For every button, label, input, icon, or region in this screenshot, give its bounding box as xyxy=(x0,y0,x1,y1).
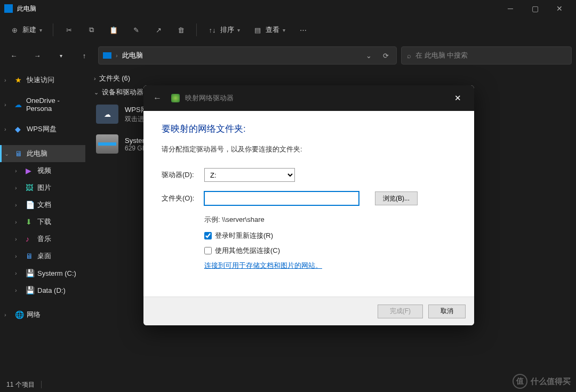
sidebar-item-wps[interactable]: ›◆WPS网盘 xyxy=(0,121,85,138)
delete-button[interactable]: 🗑 xyxy=(171,20,191,39)
toolbar: ⊕ 新建 ▾ ✂ ⧉ 📋 ✎ ↗ 🗑 ↑↓ 排序 ▾ ▤ 查看 ▾ ⋯ xyxy=(0,17,576,43)
chevron-down-icon: ▾ xyxy=(283,27,285,33)
up-button[interactable]: ↑ xyxy=(75,46,94,65)
paste-button[interactable]: 📋 xyxy=(103,20,124,39)
chevron-right-icon: › xyxy=(15,219,23,225)
delete-icon: 🗑 xyxy=(176,26,186,34)
sidebar-item-cdrive[interactable]: ›💾Systerm (C:) xyxy=(0,265,85,282)
chevron-right-icon: › xyxy=(4,311,13,318)
address-dropdown[interactable]: ⌄ xyxy=(362,49,375,62)
more-button[interactable]: ⋯ xyxy=(293,20,313,39)
search-input[interactable]: ⌕ 在 此电脑 中搜索 xyxy=(401,46,572,65)
drive-icon: 💾 xyxy=(26,286,35,294)
dialog-back-button[interactable]: ← xyxy=(149,93,166,103)
new-label: 新建 xyxy=(22,25,36,35)
back-button[interactable]: ← xyxy=(4,46,23,65)
forward-button[interactable]: → xyxy=(28,46,47,65)
othercreds-row[interactable]: 使用其他凭据连接(C) xyxy=(204,246,456,255)
dialog-close-button[interactable]: ✕ xyxy=(446,85,469,111)
sidebar-item-music[interactable]: ›♪音乐 xyxy=(0,230,85,247)
dialog-footer: 完成(F) 取消 xyxy=(143,297,474,325)
close-button[interactable]: ✕ xyxy=(547,0,572,17)
sort-button[interactable]: ↑↓ 排序 ▾ xyxy=(202,20,245,39)
sidebar-item-pictures[interactable]: ›🖼图片 xyxy=(0,179,85,196)
sidebar-item-ddrive[interactable]: ›💾Data (D:) xyxy=(0,282,85,299)
dialog-body: 要映射的网络文件夹: 请分配指定驱动器号，以及你要连接的文件夹: 驱动器(D):… xyxy=(143,111,474,297)
sidebar-label: 图片 xyxy=(37,183,51,193)
star-icon: ★ xyxy=(15,76,25,84)
download-icon: ⬇ xyxy=(26,218,35,226)
copy-button[interactable]: ⧉ xyxy=(81,20,101,39)
more-icon: ⋯ xyxy=(298,26,308,34)
address-bar[interactable]: › 此电脑 ⌄ ⟳ xyxy=(98,46,397,65)
minimize-button[interactable]: ─ xyxy=(498,0,523,17)
chevron-down-icon: ▾ xyxy=(39,27,42,33)
reconnect-checkbox[interactable] xyxy=(204,232,212,239)
rename-button[interactable]: ✎ xyxy=(126,20,146,39)
drive-row: 驱动器(D): Z: xyxy=(162,168,456,182)
cut-icon: ✂ xyxy=(64,26,74,34)
sidebar-label: 桌面 xyxy=(37,251,51,261)
chevron-right-icon: › xyxy=(15,202,23,208)
watermark-text: 什么值得买 xyxy=(531,377,571,387)
window-title: 此电脑 xyxy=(17,4,498,13)
folder-row: 文件夹(O): 浏览(B)... xyxy=(162,191,456,205)
network-drive-icon xyxy=(171,94,180,102)
sidebar-item-onedrive[interactable]: ›☁OneDrive - Persona xyxy=(0,96,85,113)
refresh-button[interactable]: ⟳ xyxy=(379,49,392,62)
sidebar-label: Data (D:) xyxy=(37,286,66,294)
folder-input[interactable] xyxy=(204,191,359,205)
new-button[interactable]: ⊕ 新建 ▾ xyxy=(4,20,47,39)
chevron-right-icon: › xyxy=(15,270,23,276)
othercreds-label: 使用其他凭据连接(C) xyxy=(215,246,280,255)
pc-icon xyxy=(4,4,13,13)
sidebar-item-desktop[interactable]: ›🖥桌面 xyxy=(0,247,85,265)
drive-select[interactable]: Z: xyxy=(204,168,295,182)
view-icon: ▤ xyxy=(253,26,262,34)
navbar: ← → ▾ ↑ › 此电脑 ⌄ ⟳ ⌕ 在 此电脑 中搜索 xyxy=(0,43,576,68)
cloud-icon: ☁ xyxy=(14,100,23,109)
plus-icon: ⊕ xyxy=(10,26,19,34)
pc-icon: 🖥 xyxy=(15,149,25,158)
drive-icon: 💾 xyxy=(26,269,35,277)
view-button[interactable]: ▤ 查看 ▾ xyxy=(247,20,291,39)
pc-icon xyxy=(103,52,111,59)
sidebar-item-network[interactable]: ›🌐网络 xyxy=(0,306,85,323)
sidebar-item-documents[interactable]: ›📄文档 xyxy=(0,196,85,213)
chevron-right-icon: › xyxy=(15,253,23,259)
maximize-button[interactable]: ▢ xyxy=(523,0,547,17)
reconnect-label: 登录时重新连接(R) xyxy=(215,231,273,241)
cut-button[interactable]: ✂ xyxy=(59,20,79,39)
share-button[interactable]: ↗ xyxy=(148,20,169,39)
search-placeholder: 在 此电脑 中搜索 xyxy=(415,51,468,60)
finish-button[interactable]: 完成(F) xyxy=(378,305,423,318)
chevron-right-icon: › xyxy=(15,287,23,293)
example-text: 示例: \\server\share xyxy=(204,215,456,225)
sidebar-label: 下载 xyxy=(37,217,51,227)
group-folders[interactable]: ›文件夹 (6) xyxy=(94,74,567,83)
desktop-icon: 🖥 xyxy=(26,252,35,260)
sidebar-item-video[interactable]: ›▶视频 xyxy=(0,162,85,179)
sidebar-item-quick[interactable]: ›★快速访问 xyxy=(0,71,85,89)
recent-button[interactable]: ▾ xyxy=(51,46,70,65)
wps-drive-icon: ☁ xyxy=(96,105,118,124)
chevron-down-icon: ⌄ xyxy=(94,89,99,96)
sidebar-item-thispc[interactable]: ⌄🖥此电脑 xyxy=(0,145,85,162)
sidebar-item-downloads[interactable]: ›⬇下载 xyxy=(0,213,85,230)
drive-label: 驱动器(D): xyxy=(162,170,195,180)
reconnect-row[interactable]: 登录时重新连接(R) xyxy=(204,231,456,241)
sidebar-label: Systerm (C:) xyxy=(37,269,76,277)
cancel-button[interactable]: 取消 xyxy=(428,305,466,318)
dialog-desc: 请分配指定驱动器号，以及你要连接的文件夹: xyxy=(162,145,456,154)
rename-icon: ✎ xyxy=(131,26,141,34)
sidebar-label: 音乐 xyxy=(37,234,51,244)
othercreds-checkbox[interactable] xyxy=(204,247,212,254)
wps-icon: ◆ xyxy=(15,125,25,133)
copy-icon: ⧉ xyxy=(86,26,96,34)
chevron-right-icon: › xyxy=(4,101,12,108)
storage-link[interactable]: 连接到可用于存储文档和图片的网站。 xyxy=(204,261,322,269)
dialog-titlebar: ← 映射网络驱动器 ✕ xyxy=(143,85,474,111)
browse-button[interactable]: 浏览(B)... xyxy=(375,191,418,205)
sort-icon: ↑↓ xyxy=(207,26,217,34)
group-label: 文件夹 (6) xyxy=(99,74,131,83)
